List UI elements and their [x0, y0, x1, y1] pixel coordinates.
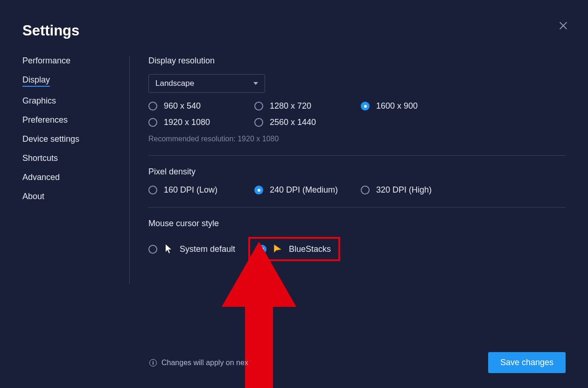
section-pixel-density: Pixel density 160 DPI (Low) 240 DPI (Med…: [148, 167, 566, 208]
radio-label: System default: [180, 244, 235, 254]
radio-label: BlueStacks: [289, 244, 331, 254]
dpi-option-160[interactable]: 160 DPI (Low): [148, 185, 254, 195]
section-title: Display resolution: [148, 56, 566, 66]
sidebar-item-preferences[interactable]: Preferences: [22, 115, 68, 125]
resolution-option-1280x720[interactable]: 1280 x 720: [254, 101, 361, 111]
page-title: Settings: [22, 22, 566, 39]
chevron-down-icon: [253, 82, 258, 85]
cursor-system-icon: [164, 243, 173, 255]
cursor-option-system-default[interactable]: System default: [148, 243, 235, 255]
recommended-resolution: Recommended resolution: 1920 x 1080: [148, 135, 566, 143]
radio-icon: [148, 186, 157, 194]
radio-icon: [254, 186, 263, 194]
sidebar-item-graphics[interactable]: Graphics: [22, 96, 56, 106]
sidebar-item-performance[interactable]: Performance: [22, 56, 70, 66]
content: Display resolution Landscape 960 x 540 1…: [130, 56, 566, 284]
dpi-option-240[interactable]: 240 DPI (Medium): [254, 185, 361, 195]
info-icon: i: [149, 359, 157, 367]
resolution-option-2560x1440[interactable]: 2560 x 1440: [254, 118, 361, 127]
radio-label: 1920 x 1080: [164, 118, 210, 127]
dpi-option-320[interactable]: 320 DPI (High): [361, 185, 467, 195]
radio-icon: [148, 245, 157, 254]
sidebar-item-display[interactable]: Display: [22, 75, 50, 87]
sidebar-item-shortcuts[interactable]: Shortcuts: [22, 153, 58, 163]
radio-label: 960 x 540: [164, 101, 201, 111]
radio-label: 240 DPI (Medium): [270, 185, 338, 195]
cursor-option-bluestacks[interactable]: BlueStacks: [258, 243, 331, 255]
orientation-select-value: Landscape: [155, 79, 194, 88]
sidebar-item-device-settings[interactable]: Device settings: [22, 134, 79, 144]
annotation-highlight-box: BlueStacks: [248, 237, 340, 261]
footer-note-text: Changes will apply on nex: [161, 359, 248, 367]
resolution-option-1920x1080[interactable]: 1920 x 1080: [148, 118, 254, 127]
radio-icon: [148, 102, 157, 111]
resolution-option-960x540[interactable]: 960 x 540: [148, 101, 254, 111]
radio-label: 160 DPI (Low): [164, 185, 217, 195]
sidebar: Performance Display Graphics Preferences…: [22, 56, 130, 284]
close-icon: [558, 21, 568, 31]
radio-icon: [254, 102, 263, 111]
close-button[interactable]: [558, 21, 569, 32]
orientation-select[interactable]: Landscape: [148, 74, 265, 93]
sidebar-item-advanced[interactable]: Advanced: [22, 173, 60, 182]
section-title: Pixel density: [148, 167, 566, 177]
footer: i Changes will apply on nex Save changes: [149, 352, 566, 373]
radio-icon: [254, 118, 263, 127]
resolution-option-1600x900[interactable]: 1600 x 900: [361, 101, 467, 111]
sidebar-item-about[interactable]: About: [22, 192, 44, 201]
section-display-resolution: Display resolution Landscape 960 x 540 1…: [148, 56, 566, 156]
section-mouse-cursor: Mouse cursor style System default: [148, 219, 566, 273]
cursor-bluestacks-icon: [273, 243, 282, 255]
footer-note: i Changes will apply on nex: [149, 359, 248, 367]
radio-label: 1600 x 900: [376, 101, 418, 111]
radio-icon: [361, 102, 370, 111]
section-title: Mouse cursor style: [148, 219, 566, 229]
radio-label: 320 DPI (High): [376, 185, 432, 195]
save-changes-button[interactable]: Save changes: [488, 352, 566, 373]
radio-icon: [361, 186, 370, 194]
radio-icon: [148, 118, 157, 127]
radio-label: 1280 x 720: [270, 101, 311, 111]
radio-label: 2560 x 1440: [270, 118, 316, 127]
radio-icon: [258, 245, 266, 254]
